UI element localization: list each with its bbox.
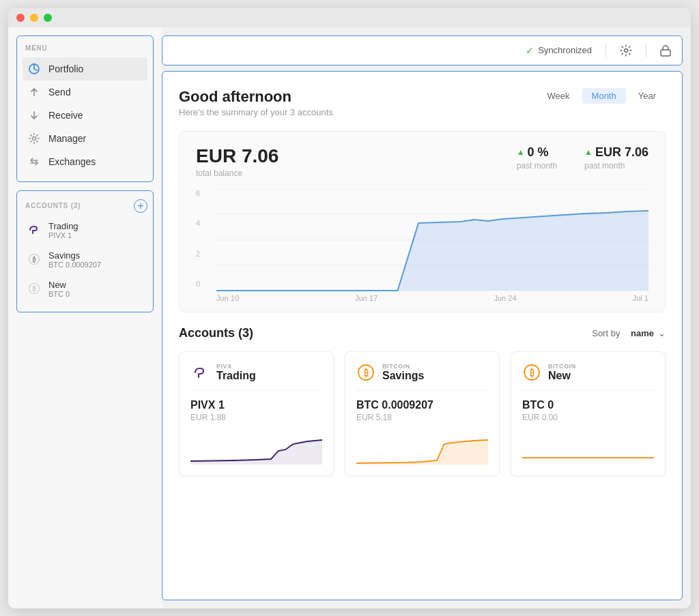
time-filter: Week Month Year	[538, 88, 666, 104]
top-bar: ✓ Synchronized	[162, 35, 683, 65]
accounts-section-main: Accounts (3) Sort by name ⌄	[179, 326, 666, 476]
new-balance-fiat: EUR 0.00	[522, 413, 654, 422]
arrow-up-eur-icon: ▲	[584, 147, 593, 157]
sidebar-item-exchanges[interactable]: Exchanges	[23, 150, 147, 173]
sidebar-account-savings[interactable]: ₿ Savings BTC 0.0009207	[23, 245, 147, 274]
exchanges-label: Exchanges	[48, 156, 96, 167]
trading-account-info: Trading PIVX 1	[48, 221, 79, 239]
x-label-jun10: Jun 10	[196, 294, 239, 302]
sidebar-account-trading[interactable]: Trading PIVX 1	[23, 216, 147, 245]
greeting: Good afternoon Here's the summary of you…	[179, 88, 333, 117]
sidebar-item-portfolio[interactable]: Portfolio	[23, 57, 147, 80]
title-bar	[8, 8, 691, 27]
total-balance: EUR 7.06 total balance	[196, 145, 279, 178]
content-area: Good afternoon Here's the summary of you…	[162, 71, 683, 600]
savings-balance: BTC 0.0009207	[48, 261, 101, 269]
sidebar-item-manager[interactable]: Manager	[23, 127, 147, 150]
savings-mini-chart	[356, 430, 488, 465]
sidebar-item-receive[interactable]: Receive	[23, 104, 147, 127]
year-filter-button[interactable]: Year	[629, 88, 666, 104]
savings-balance-crypto: BTC 0.0009207	[356, 399, 488, 411]
account-card-new[interactable]: ₿ BITCOIN New BTC 0 EUR 0.00	[511, 351, 666, 476]
trading-card-title-group: PIVX Trading	[216, 363, 256, 382]
receive-label: Receive	[48, 110, 83, 121]
percent-change-value: ▲ 0 %	[517, 145, 557, 160]
new-mini-chart	[522, 430, 654, 465]
new-balance-crypto: BTC 0	[522, 399, 654, 411]
accounts-section-sidebar: ACCOUNTS (3) + Trading PIVX 1	[16, 190, 154, 312]
y-label-0: 0	[196, 280, 216, 288]
maximize-button[interactable]	[44, 14, 52, 22]
savings-crypto-label: BITCOIN	[382, 363, 424, 370]
svg-point-1	[33, 136, 36, 140]
svg-point-6	[625, 48, 628, 52]
account-card-savings[interactable]: ₿ BITCOIN Savings BTC 0.0009207 EUR	[345, 351, 500, 476]
settings-button[interactable]	[620, 44, 632, 57]
savings-name: Savings	[48, 250, 101, 261]
stats-card: EUR 7.06 total balance ▲ 0 % past month	[179, 131, 666, 312]
savings-card-divider	[356, 390, 488, 391]
right-panel: ✓ Synchronized	[162, 27, 691, 608]
sync-label: Synchronized	[538, 45, 592, 55]
chart-area	[216, 189, 648, 291]
savings-account-info: Savings BTC 0.0009207	[48, 250, 101, 269]
accounts-label: ACCOUNTS (3)	[23, 202, 83, 209]
close-button[interactable]	[16, 14, 25, 22]
trading-name: Trading	[48, 221, 79, 231]
new-card-title-group: BITCOIN New	[548, 363, 576, 382]
y-axis-labels: 6 4 2 0	[196, 189, 216, 291]
svg-text:₿: ₿	[364, 368, 369, 378]
y-label-4: 4	[196, 219, 216, 227]
trading-crypto-label: PIVX	[216, 363, 256, 370]
trading-mini-chart	[190, 430, 322, 465]
greeting-title: Good afternoon	[179, 88, 333, 106]
chart-svg	[216, 189, 648, 291]
trading-card-divider	[190, 390, 322, 391]
send-label: Send	[48, 87, 71, 98]
sidebar-account-new[interactable]: ₿ New BTC 0	[23, 274, 147, 304]
savings-card-header: ₿ BITCOIN Savings	[356, 363, 488, 382]
pivx-card-icon	[190, 363, 210, 382]
sync-status: ✓ Synchronized	[526, 45, 592, 56]
trading-balance-crypto: PIVX 1	[190, 399, 322, 411]
new-balance: BTC 0	[48, 290, 70, 298]
account-card-trading[interactable]: PIVX Trading PIVX 1 EUR 1.88	[179, 351, 334, 476]
greeting-subtitle: Here's the summary of your 3 accounts	[179, 107, 333, 117]
eur-change-label: past month	[584, 161, 648, 171]
portfolio-label: Portfolio	[48, 63, 83, 74]
sort-control[interactable]: Sort by name ⌄	[592, 328, 666, 338]
accounts-section-title: Accounts (3)	[179, 326, 253, 340]
percent-change-label: past month	[517, 161, 557, 171]
add-account-button[interactable]: +	[134, 199, 147, 213]
divider-1	[605, 44, 606, 57]
accounts-section-header: Accounts (3) Sort by name ⌄	[179, 326, 666, 340]
account-cards-grid: PIVX Trading PIVX 1 EUR 1.88	[179, 351, 666, 476]
month-filter-button[interactable]: Month	[582, 88, 626, 104]
trading-balance: PIVX 1	[48, 231, 79, 239]
new-card-header: ₿ BITCOIN New	[522, 363, 654, 382]
manager-icon	[28, 132, 40, 145]
sidebar-item-send[interactable]: Send	[23, 80, 147, 104]
x-label-jun24: Jun 24	[494, 294, 517, 302]
menu-label: MENU	[23, 44, 147, 52]
pivx-icon-sidebar	[27, 222, 42, 237]
eur-change-value: ▲ EUR 7.06	[584, 145, 648, 160]
new-card-divider	[522, 390, 654, 391]
new-crypto-label: BITCOIN	[548, 363, 576, 370]
percent-change: ▲ 0 % past month	[517, 145, 557, 171]
btc-icon-savings-sidebar: ₿	[27, 252, 42, 267]
minimize-button[interactable]	[30, 14, 38, 22]
lock-button[interactable]	[660, 44, 671, 57]
exchanges-icon	[28, 156, 40, 168]
y-label-6: 6	[196, 189, 216, 197]
sync-icon: ✓	[526, 45, 534, 56]
savings-card-name: Savings	[382, 370, 424, 382]
divider-2	[646, 44, 646, 57]
stats-row: EUR 7.06 total balance ▲ 0 % past month	[196, 145, 648, 178]
x-axis-labels: Jun 10 Jun 17 Jun 24 Jul 1	[196, 291, 648, 310]
svg-text:₿: ₿	[32, 256, 36, 263]
week-filter-button[interactable]: Week	[538, 88, 580, 104]
receive-icon	[28, 109, 40, 121]
sidebar: MENU Portfolio	[8, 27, 162, 608]
portfolio-header: Good afternoon Here's the summary of you…	[179, 88, 666, 117]
